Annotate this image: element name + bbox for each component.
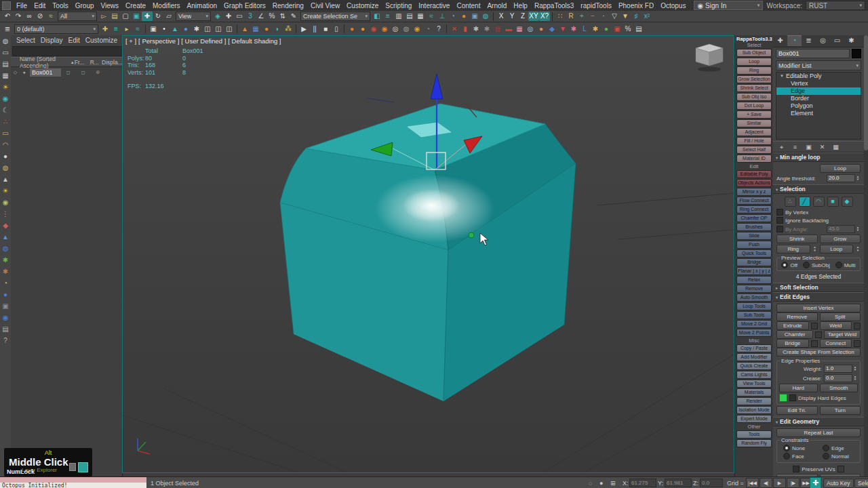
utilities-tab-icon[interactable]: ✱ [844, 35, 859, 46]
rectangular-selection-region-icon[interactable]: ▢ [120, 12, 131, 21]
camera-icon[interactable]: ◉ [1, 93, 11, 104]
list-icon[interactable]: ▤ [1, 58, 11, 70]
named-selection-sets-icon[interactable]: ✎ [288, 12, 299, 21]
layer-explorer-toggle-icon[interactable]: ▤ [404, 12, 415, 21]
hard-button[interactable]: Hard [779, 384, 818, 392]
fire-effect-icon[interactable]: ● [261, 24, 272, 34]
help-lookup-icon[interactable]: ? [433, 24, 444, 34]
render-preset-5-icon[interactable]: ◎ [390, 24, 401, 34]
table-icon[interactable]: ▦ [1, 70, 11, 81]
help-icon[interactable]: ? [1, 335, 11, 346]
display-hard-edges-checkbox[interactable] [789, 394, 796, 401]
macro-recorder-pane[interactable] [0, 477, 146, 483]
pink-tool-icon[interactable]: ✱ [568, 24, 579, 34]
massfx-reset-icon[interactable]: ✕ [449, 24, 460, 34]
moon-icon[interactable]: ☾ [1, 104, 11, 116]
angle-threshold-value[interactable]: 20.0 [827, 174, 855, 182]
snaps-toggle-icon[interactable]: 3 [245, 12, 256, 21]
preserve-uvs-settings-box[interactable] [837, 466, 844, 472]
hard-edge-color-swatch[interactable] [779, 394, 787, 402]
configure-modifier-sets-icon[interactable]: ▦ [831, 143, 840, 151]
key-filters-dropdown[interactable]: Selected▾ [854, 479, 868, 488]
rollout-header[interactable]: ▾ Edit Geometry [773, 417, 864, 426]
spinner-snap-icon[interactable]: ⇅ [277, 12, 288, 21]
rt-button-ring-connect[interactable]: Ring Connect [736, 205, 772, 214]
next-frame-button[interactable]: |▶ [787, 478, 800, 488]
modifier-list-dropdown[interactable]: Modifier List ▾ [776, 60, 861, 70]
menu-customize[interactable]: Customize [343, 2, 382, 9]
render-preset-3-icon[interactable]: ◉ [368, 24, 379, 34]
flag-filled-icon[interactable]: ▼ [620, 12, 631, 21]
sliders-icon[interactable]: ♯ [631, 12, 642, 21]
split-button[interactable]: Split [820, 312, 861, 321]
view-cube[interactable] [696, 44, 723, 72]
render-preset-8-icon[interactable]: ◔ [422, 24, 433, 34]
viewport-label[interactable]: [ + ][ Perspective ][ User Defined ][ De… [125, 37, 281, 45]
rt-button-objects-actions[interactable]: Objects Actions [736, 179, 772, 187]
rt-button-expert-mode[interactable]: Expert Mode [736, 415, 772, 423]
selection-lock-icon[interactable]: ● [599, 477, 610, 488]
rollout-header[interactable]: ▾ Selection [773, 184, 864, 194]
auto-key-button[interactable]: Auto Key [823, 479, 854, 488]
ignore-backfacing-checkbox[interactable] [776, 217, 783, 224]
cell-icon[interactable]: ◉ [1, 197, 11, 208]
rt-button-render[interactable]: Render [736, 397, 772, 405]
rt-button-add-modifier[interactable]: Add Modifier [736, 353, 772, 361]
container-icon[interactable]: ▣ [1, 300, 11, 312]
extrude-settings-box[interactable] [811, 323, 818, 329]
window-crossing-toggle-icon[interactable]: ▣ [131, 12, 142, 21]
clipboard-icon[interactable]: ▤ [633, 24, 644, 34]
menu-group[interactable]: Group [72, 2, 98, 9]
weight-spinner[interactable]: 1.0 ▲▼ [824, 365, 858, 373]
radio-none[interactable]: None [779, 444, 818, 452]
expand-toggle-icon[interactable]: ◇ [11, 70, 20, 75]
character-icon[interactable]: ▲ [239, 24, 250, 34]
preserve-uvs-checkbox[interactable] [793, 466, 800, 472]
extrude-button[interactable]: Extrude [776, 321, 809, 330]
box001-object[interactable] [280, 104, 576, 401]
rt-button-sub-obj-iso[interactable]: Sub Obj Iso [736, 93, 772, 101]
shrink-button[interactable]: Shrink [776, 235, 818, 243]
render-preset-6-icon[interactable]: ◍ [401, 24, 412, 34]
menu-octopus[interactable]: Octopus [657, 2, 689, 9]
flag-outline-icon[interactable]: ▽ [609, 12, 620, 21]
rt-button-material-id[interactable]: Material ID [736, 155, 772, 163]
rt-button-flow-connect[interactable]: Flow Connect [736, 197, 772, 205]
rt-button-editable-poly[interactable]: Editable Poly [736, 170, 772, 178]
menu-rapidtools[interactable]: rapidTools [577, 2, 615, 9]
remove-modifier-icon[interactable]: ✕ [818, 143, 827, 151]
menu-phoenix-fd[interactable]: Phoenix FD [615, 2, 657, 9]
teapot-icon[interactable]: ◍ [1, 35, 11, 47]
radio-off[interactable]: Off [781, 262, 797, 268]
crease-spinner[interactable]: 0.0 ▲▼ [824, 374, 858, 382]
turn-button[interactable]: Turn [820, 406, 861, 415]
scrollbar-thumb[interactable] [864, 35, 868, 150]
dot-icon[interactable]: • [159, 24, 170, 34]
bind-to-space-warp-icon[interactable]: ≈ [45, 12, 56, 21]
render-preset-2-icon[interactable]: ● [357, 24, 368, 34]
x-coordinate-field[interactable]: 61.275 [629, 479, 656, 487]
display-column-header[interactable]: Displa... [102, 59, 122, 66]
play-button[interactable]: ▶ [773, 478, 786, 488]
shell-icon[interactable]: ◔ [1, 277, 11, 289]
blue-diamond-icon[interactable]: ◆ [547, 24, 557, 34]
rt-button-sub-object[interactable]: Sub Object [736, 49, 772, 57]
rt-button-quick-create[interactable]: Quick Create [736, 362, 772, 370]
connect-button[interactable]: Connect [820, 339, 852, 348]
percent-snap-icon[interactable]: % [267, 12, 277, 21]
teapot-primitive-icon[interactable]: ◍ [1, 162, 11, 174]
edit-tri-button[interactable]: Edit Tri. [776, 406, 818, 415]
magnifier-icon[interactable]: ◎ [525, 24, 536, 34]
object-name-field[interactable]: Box001 [776, 49, 850, 58]
menu-help[interactable]: Help [510, 2, 531, 9]
sun-icon[interactable]: ☀ [1, 185, 11, 197]
rain-icon[interactable]: ⋮ [1, 208, 11, 220]
display-tab-icon[interactable]: ▭ [830, 35, 844, 46]
radio-face[interactable]: Face [779, 452, 818, 460]
stack-item-editable-poly[interactable]: ▼Editable Poly [776, 73, 861, 80]
menu-tools[interactable]: Tools [49, 2, 71, 9]
rt-button-similar[interactable]: Similar [736, 119, 772, 127]
create-layer-icon[interactable]: ✚ [100, 24, 111, 34]
grid-helper-icon[interactable]: ∷ [555, 12, 566, 21]
rendered-frame-icon[interactable]: ▣ [469, 12, 480, 21]
